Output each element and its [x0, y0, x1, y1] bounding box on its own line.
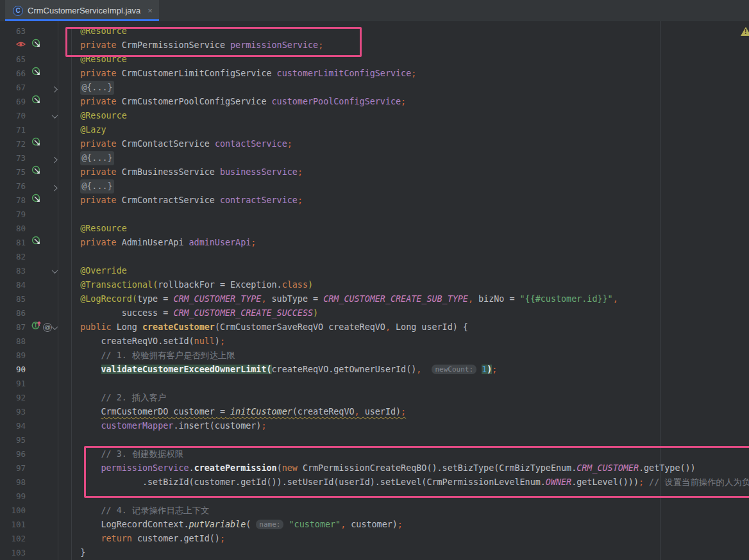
inspections-warning-widget[interactable]	[741, 27, 749, 36]
code-text: @Transactional(rollbackFor = Exception.c…	[59, 278, 749, 292]
java-class-icon: C	[13, 6, 23, 16]
code-token: CRM_CUSTOMER_TYPE	[173, 294, 261, 304]
code-token: OWNER	[546, 477, 571, 487]
code-line-78[interactable]: 78 private CrmContractService contractSe…	[0, 194, 749, 208]
fold-collapsed-icon[interactable]	[51, 185, 57, 191]
code-line-98[interactable]: 98 .setBizId(customer.getId()).setUserId…	[0, 475, 749, 490]
gutter: 81	[0, 236, 59, 250]
code-line-100[interactable]: 100 // 4. 记录操作日志上下文	[0, 504, 749, 518]
code-text: private CrmPermissionService permissionS…	[59, 38, 749, 53]
line-number: 97	[0, 461, 28, 475]
code-token: @Transactional	[80, 280, 153, 290]
code-line-67[interactable]: 67 @{...}	[0, 81, 749, 95]
code-line-95[interactable]: 95	[0, 433, 749, 447]
code-line-71[interactable]: 71 @Lazy	[0, 123, 749, 137]
code-lines-container: 63 @Resource private CrmPermissionServic…	[0, 24, 749, 560]
code-line-66[interactable]: 66 private CrmCustomerLimitConfigService…	[0, 67, 749, 81]
code-line-101[interactable]: 101 LogRecordContext.putVariable( name: …	[0, 518, 749, 532]
gutter: 63	[0, 24, 59, 38]
code-line-72[interactable]: 72 private CrmContactService contactServ…	[0, 137, 749, 151]
code-line-82[interactable]: 82	[0, 250, 749, 264]
fold-expanded-icon[interactable]	[51, 324, 58, 330]
spring-bean-icon[interactable]	[31, 67, 41, 81]
code-line-96[interactable]: 96 // 3. 创建数据权限	[0, 447, 749, 461]
code-token	[60, 280, 80, 290]
implementing-method-icon[interactable]: I	[31, 320, 42, 334]
code-token	[60, 463, 101, 473]
code-line-93[interactable]: 93 CrmCustomerDO customer = initCustomer…	[0, 405, 749, 419]
code-token: private	[80, 195, 122, 205]
spring-bean-icon[interactable]	[31, 165, 41, 179]
code-line-[interactable]: private CrmPermissionService permissionS…	[0, 38, 749, 53]
code-line-65[interactable]: 65 @Resource	[0, 53, 749, 67]
line-number: 91	[0, 377, 28, 391]
code-line-83[interactable]: 83 @Override	[0, 264, 749, 278]
code-line-89[interactable]: 89 // 1. 校验拥有客户是否到达上限	[0, 349, 749, 363]
code-token: @Lazy	[60, 125, 106, 135]
code-token: ;	[251, 238, 256, 247]
code-token: ,	[468, 294, 473, 304]
code-line-84[interactable]: 84 @Transactional(rollbackFor = Exceptio…	[0, 278, 749, 292]
gutter: 85	[0, 292, 59, 306]
code-line-85[interactable]: 85 @LogRecord(type = CRM_CUSTOMER_TYPE, …	[0, 292, 749, 306]
spring-bean-icon[interactable]	[31, 194, 41, 208]
gutter: 84	[0, 278, 59, 292]
gutter: 79	[0, 208, 59, 222]
code-line-102[interactable]: 102 return customer.getId();	[0, 532, 749, 546]
code-line-73[interactable]: 73 @{...}	[0, 151, 749, 165]
code-token: ;	[287, 139, 292, 149]
code-token: permissionService	[101, 463, 189, 473]
code-line-92[interactable]: 92 // 2. 插入客户	[0, 391, 749, 405]
code-line-63[interactable]: 63 @Resource	[0, 24, 749, 38]
tab-close-icon[interactable]: ×	[147, 6, 153, 15]
code-line-94[interactable]: 94 customerMapper.insert(customer);	[0, 419, 749, 433]
spring-bean-icon[interactable]	[31, 95, 41, 109]
code-line-75[interactable]: 75 private CrmBusinessService businessSe…	[0, 165, 749, 179]
code-line-80[interactable]: 80 @Resource	[0, 222, 749, 236]
code-token: (	[153, 280, 158, 290]
spring-bean-icon[interactable]	[31, 236, 41, 250]
code-line-97[interactable]: 97 permissionService.createPermission(ne…	[0, 461, 749, 475]
code-text: createReqVO.setId(null);	[59, 334, 749, 349]
code-line-87[interactable]: 87I@ public Long createCustomer(CrmCusto…	[0, 320, 749, 334]
fold-expanded-icon[interactable]	[51, 267, 58, 274]
fold-collapsed-icon[interactable]	[51, 86, 57, 92]
code-line-90[interactable]: 90 validateCustomerExceedOwnerLimit(crea…	[0, 363, 749, 377]
fold-expanded-icon[interactable]	[51, 112, 58, 119]
spring-bean-icon[interactable]	[31, 38, 41, 53]
code-token: rollbackFor = Exception.	[158, 280, 282, 290]
code-line-86[interactable]: 86 success = CRM_CUSTOMER_CREATE_SUCCESS…	[0, 306, 749, 320]
code-text: @Lazy	[59, 123, 749, 137]
code-token: createReqVO.setId(	[60, 336, 194, 346]
code-token	[60, 40, 80, 50]
code-line-76[interactable]: 76 @{...}	[0, 179, 749, 194]
fold-collapsed-icon[interactable]	[51, 156, 57, 163]
code-line-88[interactable]: 88 createReqVO.setId(null);	[0, 334, 749, 349]
code-token: @Override	[60, 266, 127, 276]
eye-icon[interactable]	[16, 40, 26, 50]
code-token	[644, 477, 649, 487]
gutter: 70	[0, 109, 59, 123]
code-token	[60, 350, 101, 360]
code-line-99[interactable]: 99	[0, 490, 749, 504]
code-text: LogRecordContext.putVariable( name: "cus…	[59, 518, 749, 532]
code-line-91[interactable]: 91	[0, 377, 749, 391]
tab-crmcustomerserviceimpl[interactable]: C CrmCustomerServiceImpl.java ×	[5, 0, 159, 21]
folded-region-chip: @{...}	[80, 151, 114, 165]
code-line-81[interactable]: 81 private AdminUserApi adminUserApi;	[0, 236, 749, 250]
code-token	[421, 365, 432, 374]
code-token: // 1. 校验拥有客户是否到达上限	[101, 350, 235, 360]
code-line-103[interactable]: 103 }	[0, 546, 749, 560]
code-text	[59, 490, 749, 504]
code-line-69[interactable]: 69 private CrmCustomerPoolConfigService …	[0, 95, 749, 109]
code-token: )	[308, 280, 313, 290]
code-line-70[interactable]: 70 @Resource	[0, 109, 749, 123]
code-editor[interactable]: 63 @Resource private CrmPermissionServic…	[0, 21, 749, 560]
code-token: bizNo =	[473, 294, 520, 304]
code-token: CrmPermissionCreateReqBO().setBizType(Cr…	[303, 463, 576, 473]
folded-region-chip: @{...}	[80, 179, 114, 194]
code-token: initCustomer	[230, 407, 292, 416]
spring-bean-icon[interactable]	[31, 137, 41, 151]
code-line-79[interactable]: 79	[0, 208, 749, 222]
folded-region-chip: @{...}	[80, 81, 114, 95]
